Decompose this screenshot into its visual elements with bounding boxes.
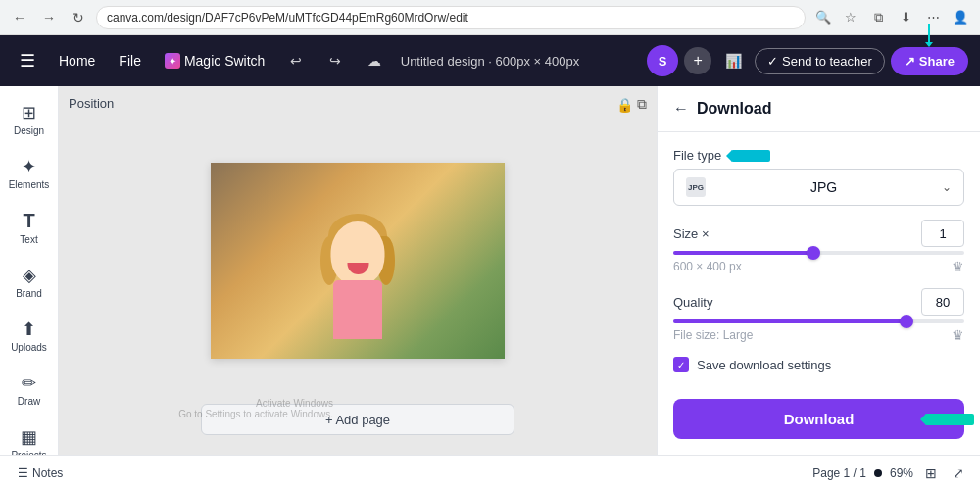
sidebar-item-draw[interactable]: ✏ Draw: [4, 365, 55, 415]
file-type-select[interactable]: JPG JPG ⌄: [673, 169, 964, 206]
panel-header: ← Download: [658, 86, 980, 132]
page-indicator: Page 1 / 1: [812, 466, 866, 480]
projects-icon: ▦: [21, 426, 37, 448]
fullscreen-button[interactable]: ⤢: [949, 464, 968, 483]
crown-icon: ♛: [952, 259, 964, 274]
text-icon: T: [23, 210, 34, 232]
mouth: [347, 263, 368, 274]
sidebar-item-brand[interactable]: ◈ Brand: [4, 257, 55, 307]
analytics-button[interactable]: 📊: [717, 45, 749, 76]
magic-switch-icon: ✦: [165, 53, 180, 69]
grid-view-button[interactable]: ⊞: [921, 464, 941, 483]
refresh-button[interactable]: ↻: [67, 6, 90, 29]
back-button[interactable]: ←: [8, 6, 31, 29]
jpg-icon: JPG: [686, 177, 706, 197]
bookmark-icon-btn[interactable]: ☆: [839, 6, 862, 29]
size-slider-thumb[interactable]: [807, 246, 820, 260]
panel-body: File type JPG JPG ⌄ Size × 1: [658, 132, 980, 455]
menu-button[interactable]: ☰: [12, 45, 43, 76]
size-label: Size ×: [673, 226, 913, 241]
cloud-save-button[interactable]: ☁: [359, 45, 390, 76]
url-text: canva.com/design/DAF7cP6vPeM/uMTfcGD44pE…: [107, 11, 468, 24]
zoom-level: 69%: [890, 466, 913, 480]
draw-icon: ✏: [22, 372, 36, 394]
forward-button[interactable]: →: [37, 6, 61, 29]
magic-switch-button[interactable]: ✦ Magic Switch: [157, 47, 272, 74]
download-button[interactable]: Download: [673, 399, 964, 439]
size-slider-track: [673, 251, 964, 255]
quality-slider-track: [673, 319, 964, 323]
file-type-value: JPG: [713, 179, 934, 195]
file-size-row: File size: Large ♛: [673, 327, 964, 343]
add-page-label: + Add page: [325, 413, 390, 427]
undo-button[interactable]: ↩: [280, 45, 312, 76]
design-title: Untitled design · 600px × 400px: [401, 54, 580, 69]
canvas-controls: 🔒 ⧉: [616, 96, 647, 113]
elements-icon: ✦: [22, 156, 36, 177]
size-row: Size × 1: [673, 220, 964, 247]
sidebar-item-elements[interactable]: ✦ Elements: [4, 148, 55, 198]
brand-icon: ◈: [23, 265, 36, 286]
size-slider-fill: [673, 251, 813, 255]
top-nav: ☰ Home File ✦ Magic Switch ↩ ↪ ☁ Untitle…: [0, 35, 980, 86]
add-page-button[interactable]: + Add page: [201, 404, 514, 435]
split-icon-btn[interactable]: ⧉: [866, 6, 890, 29]
canvas-frame[interactable]: [211, 163, 505, 359]
add-collaborator-button[interactable]: +: [684, 47, 711, 74]
send-to-teacher-button[interactable]: ✓ Send to teacher: [755, 48, 885, 74]
dimensions-label: 600 × 400 px: [673, 260, 742, 273]
size-section: Size × 1 600 × 400 px ♛: [673, 220, 964, 274]
crown-icon-quality: ♛: [952, 327, 964, 343]
app-container: ☰ Home File ✦ Magic Switch ↩ ↪ ☁ Untitle…: [0, 35, 980, 490]
nav-actions: S + 📊 ✓ Send to teacher ↗ Share: [647, 45, 968, 76]
redo-button[interactable]: ↪: [319, 45, 351, 76]
file-type-arrow: [731, 150, 770, 162]
duplicate-button[interactable]: ⧉: [637, 96, 647, 113]
zoom-slider-dot[interactable]: [874, 469, 882, 477]
save-settings-checkbox[interactable]: ✓: [673, 357, 689, 372]
sidebar-item-text[interactable]: T Text: [4, 202, 55, 253]
size-input[interactable]: 1: [921, 220, 964, 247]
download-icon-btn[interactable]: ⬇: [894, 6, 917, 29]
quality-input[interactable]: 80: [921, 288, 964, 316]
settings-icon-btn[interactable]: ⋯: [921, 6, 945, 29]
save-settings-row: ✓ Save download settings: [673, 357, 964, 372]
panel-title: Download: [697, 100, 771, 118]
body: [333, 280, 382, 339]
sidebar-item-design[interactable]: ⊞ Design: [4, 94, 55, 144]
panel-back-button[interactable]: ←: [673, 100, 689, 118]
address-bar[interactable]: canva.com/design/DAF7cP6vPeM/uMTfcGD44pE…: [96, 6, 806, 29]
quality-row: Quality 80: [673, 288, 964, 316]
lock-button[interactable]: 🔒: [616, 96, 633, 113]
dimensions-row: 600 × 400 px ♛: [673, 259, 964, 274]
canvas-area[interactable]: Position 🔒 ⧉: [59, 86, 657, 455]
notes-button[interactable]: ☰ Notes: [12, 463, 69, 484]
quality-slider-fill: [673, 319, 906, 323]
sidebar-item-uploads[interactable]: ⬆ Uploads: [4, 311, 55, 361]
girl-illustration: [318, 221, 397, 349]
share-button[interactable]: ↗ Share: [891, 47, 968, 75]
canvas-image: [211, 163, 505, 359]
save-settings-label: Save download settings: [697, 358, 831, 372]
file-type-label: File type: [673, 148, 964, 163]
sidebar-design-label: Design: [14, 125, 44, 136]
quality-slider-thumb[interactable]: [900, 315, 913, 328]
quality-label: Quality: [673, 295, 913, 310]
profile-icon-btn[interactable]: 👤: [949, 6, 972, 29]
zoom-icon-btn[interactable]: 🔍: [811, 6, 835, 29]
file-type-section: File type JPG JPG ⌄: [673, 148, 964, 206]
sidebar-uploads-label: Uploads: [11, 342, 47, 353]
sidebar-text-label: Text: [20, 234, 37, 245]
sidebar-item-projects[interactable]: ▦ Projects: [4, 418, 55, 455]
browser-chrome: ← → ↻ canva.com/design/DAF7cP6vPeM/uMTfc…: [0, 0, 980, 35]
file-size-label: File size: Large: [673, 328, 753, 342]
download-arrow-indicator: [925, 414, 974, 425]
notes-icon: ☰: [18, 466, 28, 480]
browser-icon-group: 🔍 ☆ ⧉ ⬇ ⋯ 👤: [811, 6, 972, 29]
home-nav-link[interactable]: Home: [51, 47, 103, 74]
main-content: ⊞ Design ✦ Elements T Text ◈ Brand ⬆ Upl…: [0, 86, 980, 455]
user-avatar-button[interactable]: S: [647, 45, 678, 76]
bottom-bar: ☰ Notes Page 1 / 1 69% ⊞ ⤢: [0, 455, 980, 490]
file-nav-link[interactable]: File: [111, 47, 149, 74]
checkmark-icon: ✓: [677, 360, 685, 370]
